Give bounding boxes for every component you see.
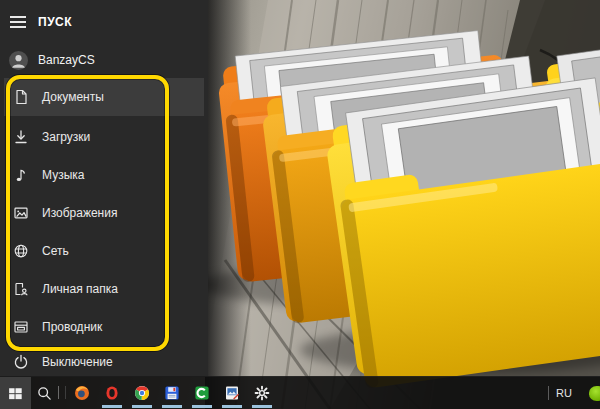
taskbar-app-chrome[interactable] (127, 377, 157, 409)
menu-item-personal-folder[interactable]: Личная папка (4, 270, 204, 308)
start-menu-title: ПУСК (38, 15, 72, 29)
chrome-icon (134, 385, 150, 401)
wallpaper-folder-yellow (322, 74, 600, 390)
taskbar: RU (0, 376, 600, 409)
menu-item-label: Документы (42, 90, 104, 104)
start-menu-panel: ПУСК BanzayCS Документы Загрузки Музыка (0, 0, 208, 377)
green-app-icon[interactable] (589, 386, 600, 401)
floppy-disk-app-icon (164, 385, 180, 401)
taskbar-app-settings[interactable] (247, 377, 277, 409)
menu-item-power[interactable]: Выключение (4, 347, 204, 377)
personal-folder-icon (13, 281, 29, 297)
settings-gear-icon (254, 385, 270, 401)
open-app-indicator (162, 405, 182, 408)
open-app-indicator (252, 405, 272, 408)
opera-icon (104, 385, 120, 401)
menu-item-label: Изображения (42, 206, 117, 220)
menu-item-label: Музыка (42, 168, 84, 182)
user-name-label: BanzayCS (38, 53, 95, 67)
taskbar-app-photo-editor[interactable] (217, 377, 247, 409)
open-app-indicator (192, 405, 212, 408)
search-button[interactable] (31, 377, 57, 409)
firefox-icon (74, 385, 90, 401)
menu-item-documents[interactable]: Документы (4, 78, 204, 116)
hamburger-icon[interactable] (10, 16, 26, 28)
power-icon (13, 354, 29, 370)
language-indicator[interactable]: RU (556, 377, 572, 409)
user-account-item[interactable]: BanzayCS (0, 47, 208, 73)
start-button[interactable] (0, 377, 31, 409)
search-icon (37, 386, 52, 401)
user-avatar-icon (9, 51, 28, 70)
taskbar-app-green-c[interactable] (187, 377, 217, 409)
menu-item-pictures[interactable]: Изображения (4, 194, 204, 232)
taskbar-app-opera[interactable] (97, 377, 127, 409)
document-icon (13, 89, 29, 105)
menu-item-music[interactable]: Музыка (4, 156, 204, 194)
file-explorer-icon (13, 319, 29, 335)
menu-item-downloads[interactable]: Загрузки (4, 118, 204, 156)
download-icon (13, 129, 29, 145)
menu-item-network[interactable]: Сеть (4, 232, 204, 270)
menu-item-label: Проводник (42, 320, 102, 334)
taskbar-app-firefox[interactable] (67, 377, 97, 409)
menu-item-file-explorer[interactable]: Проводник (4, 308, 204, 346)
taskbar-divider (58, 386, 66, 399)
tray-divider (548, 386, 549, 400)
open-app-indicator (132, 405, 152, 408)
taskbar-app-floppy[interactable] (157, 377, 187, 409)
windows-logo-icon (8, 386, 23, 401)
green-c-app-icon (194, 385, 210, 401)
photo-editor-app-icon (224, 385, 240, 401)
open-app-indicator (222, 405, 242, 408)
picture-icon (13, 205, 29, 221)
music-note-icon (13, 167, 29, 183)
network-globe-icon (13, 243, 29, 259)
menu-item-label: Сеть (42, 244, 69, 258)
menu-item-label: Выключение (42, 355, 113, 369)
menu-item-label: Личная папка (42, 282, 118, 296)
menu-item-label: Загрузки (42, 130, 90, 144)
open-app-indicator (102, 405, 122, 408)
